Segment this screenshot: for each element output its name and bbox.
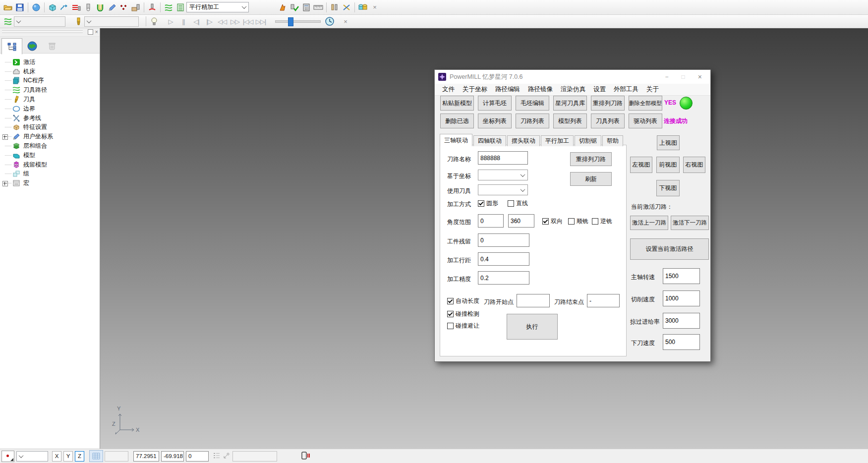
tab-explorer-tree[interactable]: [1, 38, 22, 55]
tree-item-levels-sets[interactable]: 层和组合: [1, 141, 100, 151]
spindle-speed-input[interactable]: [663, 268, 700, 284]
shaded-sphere-icon[interactable]: [30, 1, 42, 13]
strategy-list-icon[interactable]: [174, 1, 186, 13]
tree-item-machine[interactable]: 机床: [1, 67, 100, 76]
tree-item-groups[interactable]: 组: [1, 170, 100, 179]
dialog-titlebar[interactable]: PowerMILL 忆梦星河 7.0.6 − □ ×: [435, 70, 710, 84]
verify-check-icon[interactable]: [289, 1, 300, 13]
angle-to-input[interactable]: [508, 214, 534, 228]
use-tool-dropdown[interactable]: [478, 184, 528, 195]
skim-feed-input[interactable]: [663, 313, 700, 329]
refresh-button[interactable]: 刷新: [570, 172, 612, 186]
strategy-dropdown[interactable]: 平行精加工: [186, 2, 249, 12]
tool-block-icon[interactable]: [130, 1, 142, 13]
tab-web-view[interactable]: [22, 38, 42, 54]
activate-next-button[interactable]: 激活下一刀路: [671, 216, 709, 230]
execute-button[interactable]: 执行: [507, 314, 558, 340]
go-start-icon[interactable]: |◁◁: [241, 18, 254, 25]
close-toolbar-icon[interactable]: ×: [340, 15, 351, 27]
lightbulb-icon[interactable]: [148, 15, 160, 27]
menu-file[interactable]: 文件: [442, 85, 455, 94]
activate-prev-button[interactable]: 激活上一刀路: [630, 216, 668, 230]
edit-stock-button[interactable]: 毛坯编辑: [516, 96, 549, 111]
toolpath-name-input[interactable]: [478, 151, 528, 165]
menu-external-tools[interactable]: 外部工具: [614, 85, 638, 94]
ruler-icon[interactable]: [312, 1, 324, 13]
cursor-y-field[interactable]: -69.918: [161, 451, 184, 462]
angle-from-input[interactable]: [478, 214, 504, 228]
tree-item-patterns[interactable]: 参考线: [1, 114, 100, 123]
toolpath-list-button[interactable]: 刀路列表: [516, 114, 549, 128]
collision-avoid-checkbox[interactable]: 碰撞避让: [447, 322, 479, 330]
axis-y-button[interactable]: Y: [63, 451, 73, 462]
tool-list-button[interactable]: 刀具列表: [591, 114, 625, 128]
grid-size-field[interactable]: [105, 451, 128, 462]
end-point-input[interactable]: [587, 294, 620, 307]
step-forward-icon[interactable]: |▷: [203, 18, 216, 25]
tab-saw[interactable]: 切割锯: [575, 135, 601, 146]
calc-stock-button[interactable]: 计算毛坯: [478, 96, 512, 111]
coord-base-dropdown[interactable]: [478, 170, 528, 180]
clock-icon[interactable]: [324, 15, 336, 27]
tree-item-feature-sets[interactable]: 特征设置: [1, 123, 100, 132]
cutting-speed-input[interactable]: [663, 290, 700, 306]
delete-selected-button[interactable]: 删除已选: [440, 114, 474, 128]
transform-arrows-icon[interactable]: [341, 1, 352, 13]
delete-all-models-button[interactable]: 删除全部模型: [629, 96, 662, 111]
grid-toggle-button[interactable]: [89, 450, 103, 462]
toolpath-dropdown[interactable]: [14, 16, 65, 27]
calculator-icon[interactable]: [300, 1, 312, 13]
tree-item-boundaries[interactable]: 边界: [1, 104, 100, 114]
tolerance-input[interactable]: [478, 271, 529, 285]
rewind-icon[interactable]: ◁◁: [216, 18, 229, 25]
circular-checkbox[interactable]: 圆形: [478, 199, 498, 208]
tab-3axis[interactable]: 三轴联动: [440, 134, 472, 146]
play-icon[interactable]: ▷: [164, 18, 177, 25]
boundary-icon[interactable]: [94, 1, 106, 13]
menu-render-sim[interactable]: 渲染仿真: [561, 85, 585, 94]
climb-checkbox[interactable]: 顺铣: [568, 217, 588, 226]
cursor-z-field[interactable]: 0: [186, 451, 209, 462]
drive-list-button[interactable]: 驱动列表: [629, 114, 662, 128]
maximize-button[interactable]: □: [682, 73, 685, 80]
bidirectional-checkbox[interactable]: 双向: [542, 217, 563, 226]
auto-length-checkbox[interactable]: 自动长度: [447, 297, 479, 305]
tool-ball-icon[interactable]: [82, 1, 94, 13]
step-back-icon[interactable]: ◁|: [190, 18, 203, 25]
tree-item-stock-models[interactable]: 残留模型: [1, 160, 100, 170]
paste-new-model-button[interactable]: 粘贴新模型: [440, 96, 474, 111]
float-panel-icon[interactable]: [88, 29, 93, 35]
start-point-input[interactable]: [517, 294, 550, 307]
axis-z-button[interactable]: Z: [75, 451, 84, 462]
line-checkbox[interactable]: 直线: [508, 199, 528, 208]
tool-dropdown[interactable]: [84, 16, 139, 27]
plunge-speed-input[interactable]: [663, 334, 700, 350]
expand-icon[interactable]: [2, 181, 8, 186]
tree-item-activate[interactable]: 激活: [1, 58, 100, 67]
menu-path-edit[interactable]: 路径编辑: [495, 85, 520, 94]
tree-item-toolpaths[interactable]: 刀具路径: [1, 85, 100, 95]
simulation-speed-slider[interactable]: [275, 17, 321, 26]
tree-item-models[interactable]: 模型: [1, 151, 100, 160]
menu-settings[interactable]: 设置: [593, 85, 606, 94]
stock-allowance-input[interactable]: [478, 233, 529, 247]
leads-links-icon[interactable]: [58, 1, 70, 13]
feedrate-icon[interactable]: [70, 1, 82, 13]
tree-item-workplanes[interactable]: 用户坐标系: [1, 132, 100, 141]
tab-4axis[interactable]: 四轴联动: [473, 135, 506, 146]
menu-path-mirror[interactable]: 路径镜像: [528, 85, 553, 94]
minimize-button[interactable]: −: [665, 73, 669, 80]
view-front-button[interactable]: 前视图: [656, 157, 680, 173]
compare-cylinders-icon[interactable]: [357, 1, 369, 13]
tab-help[interactable]: 帮助: [602, 135, 623, 146]
cursor-x-field[interactable]: 77.2951: [133, 451, 159, 462]
expand-icon[interactable]: [2, 134, 8, 140]
tree-item-macros[interactable]: 宏: [1, 178, 100, 188]
view-top-button[interactable]: 上视图: [657, 135, 680, 150]
save-project-icon[interactable]: [14, 1, 26, 13]
tree-item-nc-programs[interactable]: NC程序: [1, 76, 100, 86]
cursor-snap-icon[interactable]: [1, 451, 14, 462]
tool-library-button[interactable]: 星河刀具库: [553, 96, 587, 111]
tab-swivel[interactable]: 摆头联动: [507, 135, 540, 146]
simulation-pause-icon[interactable]: [301, 451, 311, 462]
